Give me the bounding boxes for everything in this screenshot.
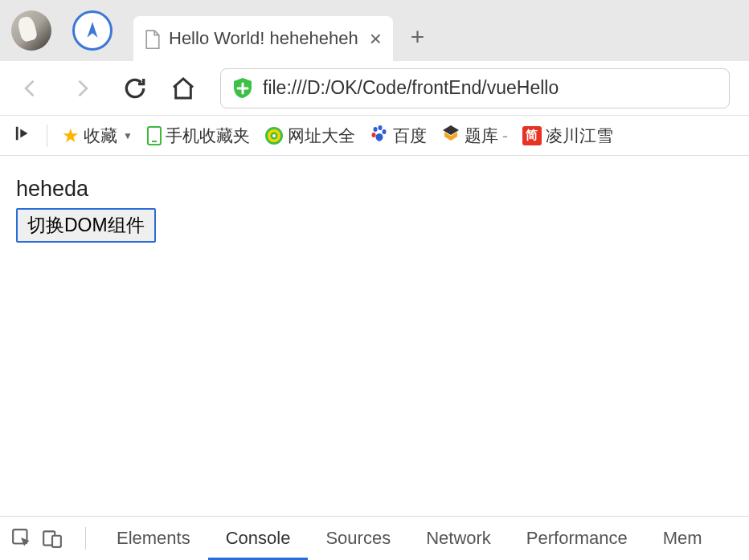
dash-label: - [502, 126, 508, 145]
page-icon [145, 30, 161, 47]
tab-title: Hello World! heheheheh [169, 28, 358, 49]
svg-marker-2 [20, 129, 27, 138]
expand-icon [14, 125, 32, 146]
bookmark-phone-favorites[interactable]: 手机收藏夹 [142, 121, 255, 150]
bookmark-label: 题库 [465, 125, 498, 147]
separator [47, 125, 47, 147]
shield-icon [231, 76, 255, 100]
bookmark-favorites[interactable]: ★ 收藏 ▼ [57, 121, 137, 150]
bookmark-label: 网址大全 [288, 125, 355, 147]
devtools-tab-console[interactable]: Console [208, 517, 309, 560]
navigation-bar: file:///D:/OK/Code/frontEnd/vueHello [0, 61, 749, 116]
home-button[interactable] [170, 76, 196, 101]
svg-point-8 [378, 125, 382, 130]
devtools-tab-performance[interactable]: Performance [509, 517, 645, 560]
close-icon[interactable]: × [370, 28, 382, 49]
devtools-tab-sources[interactable]: Sources [308, 517, 408, 560]
devtools-tab-memory[interactable]: Mem [645, 517, 720, 560]
svg-point-6 [272, 134, 276, 137]
svg-point-9 [382, 129, 386, 134]
bookmark-navigation[interactable]: 网址大全 [260, 121, 360, 150]
star-icon: ★ [62, 125, 80, 147]
bookmark-jian[interactable]: 简 凌川江雪 [518, 121, 618, 150]
device-toggle-icon[interactable] [42, 528, 63, 549]
reload-button[interactable] [122, 76, 148, 101]
new-tab-button[interactable]: + [411, 23, 425, 51]
forward-button[interactable] [71, 77, 93, 100]
dropdown-icon: ▼ [123, 130, 133, 141]
page-text: heheda [16, 177, 733, 202]
compass-icon[interactable] [72, 10, 113, 51]
phone-icon [147, 126, 162, 145]
bookmark-label: 凌川江雪 [546, 125, 613, 147]
devtools-tab-elements[interactable]: Elements [99, 517, 208, 560]
svg-point-10 [371, 133, 375, 137]
jian-icon: 简 [522, 126, 542, 145]
url-text: file:///D:/OK/Code/frontEnd/vueHello [263, 77, 559, 99]
360-icon [264, 126, 284, 145]
devtools-tab-network[interactable]: Network [408, 517, 509, 560]
bookmarks-bar: ★ 收藏 ▼ 手机收藏夹 网址大全 百度 题库 - 简 凌川江雪 [0, 116, 749, 156]
separator [85, 527, 86, 550]
back-button[interactable] [19, 77, 42, 100]
toggle-dom-button[interactable]: 切换DOM组件 [16, 208, 156, 243]
bookmark-tiku[interactable]: 题库 - [436, 121, 513, 150]
page-content: heheda 切换DOM组件 [0, 156, 749, 264]
tiku-icon [441, 124, 460, 147]
bookmark-label: 手机收藏夹 [166, 125, 250, 147]
inspect-icon[interactable] [11, 528, 32, 549]
url-bar[interactable]: file:///D:/OK/Code/frontEnd/vueHello [220, 68, 730, 108]
baidu-icon [370, 124, 389, 147]
bookmarks-expand-button[interactable] [10, 121, 37, 149]
browser-titlebar: Hello World! heheheheh × + [0, 0, 749, 61]
svg-rect-1 [16, 127, 18, 141]
svg-rect-13 [52, 536, 61, 547]
bookmark-label: 收藏 [84, 125, 117, 147]
devtools-bar: Elements Console Sources Network Perform… [0, 516, 749, 560]
user-avatar[interactable] [11, 10, 51, 51]
bookmark-label: 百度 [393, 125, 427, 147]
svg-marker-0 [88, 22, 98, 37]
bookmark-baidu[interactable]: 百度 [365, 121, 432, 150]
browser-tab-active[interactable]: Hello World! heheheheh × [133, 16, 393, 61]
svg-point-7 [373, 127, 377, 132]
